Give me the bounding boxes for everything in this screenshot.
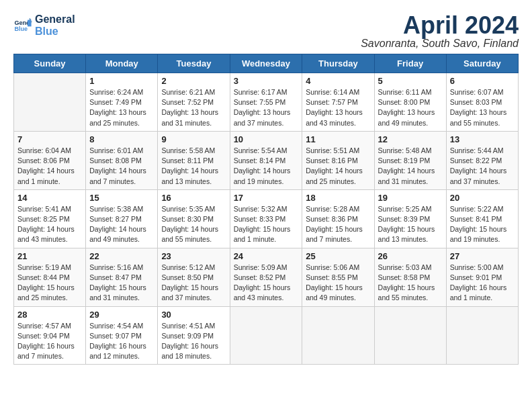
day-number: 23: [161, 251, 226, 261]
calendar-title-area: April 2024 Savonranta, South Savo, Finla…: [361, 13, 519, 50]
calendar-cell: 10Sunrise: 5:54 AM Sunset: 8:14 PM Dayli…: [230, 131, 302, 189]
generalblue-icon: General Blue: [13, 16, 32, 35]
calendar-cell: 29Sunrise: 4:54 AM Sunset: 9:07 PM Dayli…: [86, 306, 158, 365]
day-number: 28: [17, 310, 82, 320]
day-info: Sunrise: 5:09 AM Sunset: 8:52 PM Dayligh…: [234, 263, 299, 304]
calendar-cell: 12Sunrise: 5:48 AM Sunset: 8:19 PM Dayli…: [374, 131, 446, 189]
calendar-cell: 6Sunrise: 6:07 AM Sunset: 8:03 PM Daylig…: [446, 73, 518, 132]
calendar-cell: 3Sunrise: 6:17 AM Sunset: 7:55 PM Daylig…: [230, 73, 302, 132]
calendar-cell: 11Sunrise: 5:51 AM Sunset: 8:16 PM Dayli…: [302, 131, 374, 189]
day-number: 18: [306, 193, 370, 203]
day-number: 21: [17, 251, 82, 261]
day-number: 17: [234, 193, 299, 203]
calendar-cell: 28Sunrise: 4:57 AM Sunset: 9:04 PM Dayli…: [14, 306, 86, 365]
day-number: 25: [306, 251, 370, 261]
day-number: 16: [161, 193, 226, 203]
calendar-cell: 20Sunrise: 5:22 AM Sunset: 8:41 PM Dayli…: [446, 189, 518, 248]
day-number: 5: [378, 76, 443, 86]
calendar-cell: 27Sunrise: 5:00 AM Sunset: 9:01 PM Dayli…: [446, 248, 518, 306]
day-info: Sunrise: 5:32 AM Sunset: 8:33 PM Dayligh…: [234, 204, 299, 245]
calendar-cell: 7Sunrise: 6:04 AM Sunset: 8:06 PM Daylig…: [14, 131, 86, 189]
weekday-header-wednesday: Wednesday: [230, 54, 302, 73]
day-number: 27: [450, 251, 515, 261]
day-info: Sunrise: 6:14 AM Sunset: 7:57 PM Dayligh…: [306, 87, 370, 128]
day-info: Sunrise: 5:44 AM Sunset: 8:22 PM Dayligh…: [450, 146, 515, 187]
calendar-cell: [302, 306, 374, 365]
calendar-cell: 15Sunrise: 5:38 AM Sunset: 8:27 PM Dayli…: [86, 189, 158, 248]
logo-line1: General: [35, 13, 75, 26]
day-number: 26: [378, 251, 443, 261]
day-info: Sunrise: 5:35 AM Sunset: 8:30 PM Dayligh…: [161, 204, 226, 245]
svg-marker-3: [28, 19, 32, 26]
day-info: Sunrise: 5:48 AM Sunset: 8:19 PM Dayligh…: [378, 146, 443, 187]
calendar-cell: 5Sunrise: 6:11 AM Sunset: 8:00 PM Daylig…: [374, 73, 446, 132]
logo: General Blue General Blue: [13, 13, 75, 37]
day-info: Sunrise: 5:28 AM Sunset: 8:36 PM Dayligh…: [306, 204, 370, 245]
day-number: 14: [17, 193, 82, 203]
day-info: Sunrise: 5:12 AM Sunset: 8:50 PM Dayligh…: [161, 263, 226, 304]
calendar-cell: 30Sunrise: 4:51 AM Sunset: 9:09 PM Dayli…: [158, 306, 230, 365]
weekday-header-saturday: Saturday: [446, 54, 518, 73]
day-info: Sunrise: 6:01 AM Sunset: 8:08 PM Dayligh…: [89, 146, 154, 187]
day-number: 10: [234, 134, 299, 144]
day-number: 9: [161, 134, 226, 144]
weekday-header-monday: Monday: [86, 54, 158, 73]
day-info: Sunrise: 5:00 AM Sunset: 9:01 PM Dayligh…: [450, 263, 515, 304]
weekday-header-tuesday: Tuesday: [158, 54, 230, 73]
day-info: Sunrise: 5:54 AM Sunset: 8:14 PM Dayligh…: [234, 146, 299, 187]
calendar-cell: [446, 306, 518, 365]
day-number: 13: [450, 134, 515, 144]
calendar-header-row: SundayMondayTuesdayWednesdayThursdayFrid…: [14, 54, 519, 73]
day-info: Sunrise: 4:54 AM Sunset: 9:07 PM Dayligh…: [89, 321, 154, 362]
weekday-header-friday: Friday: [374, 54, 446, 73]
calendar-week-5: 28Sunrise: 4:57 AM Sunset: 9:04 PM Dayli…: [14, 306, 519, 365]
calendar-cell: 16Sunrise: 5:35 AM Sunset: 8:30 PM Dayli…: [158, 189, 230, 248]
day-number: 30: [161, 310, 226, 320]
day-info: Sunrise: 5:25 AM Sunset: 8:39 PM Dayligh…: [378, 204, 443, 245]
day-number: 19: [378, 193, 443, 203]
day-number: 24: [234, 251, 299, 261]
calendar-cell: 22Sunrise: 5:16 AM Sunset: 8:47 PM Dayli…: [86, 248, 158, 306]
calendar-week-3: 14Sunrise: 5:41 AM Sunset: 8:25 PM Dayli…: [14, 189, 519, 248]
day-number: 29: [89, 310, 154, 320]
day-number: 1: [89, 76, 154, 86]
day-info: Sunrise: 5:06 AM Sunset: 8:55 PM Dayligh…: [306, 263, 370, 304]
calendar-cell: 13Sunrise: 5:44 AM Sunset: 8:22 PM Dayli…: [446, 131, 518, 189]
location-subtitle: Savonranta, South Savo, Finland: [361, 38, 519, 50]
calendar-cell: [230, 306, 302, 365]
day-number: 20: [450, 193, 515, 203]
weekday-header-sunday: Sunday: [14, 54, 86, 73]
day-number: 6: [450, 76, 515, 86]
day-info: Sunrise: 4:51 AM Sunset: 9:09 PM Dayligh…: [161, 321, 226, 362]
calendar-cell: [374, 306, 446, 365]
day-info: Sunrise: 5:03 AM Sunset: 8:58 PM Dayligh…: [378, 263, 443, 304]
day-number: 7: [17, 134, 82, 144]
day-number: 11: [306, 134, 370, 144]
calendar-week-2: 7Sunrise: 6:04 AM Sunset: 8:06 PM Daylig…: [14, 131, 519, 189]
page-header: General Blue General Blue April 2024 Sav…: [13, 13, 519, 50]
day-info: Sunrise: 5:51 AM Sunset: 8:16 PM Dayligh…: [306, 146, 370, 187]
calendar-cell: 26Sunrise: 5:03 AM Sunset: 8:58 PM Dayli…: [374, 248, 446, 306]
day-number: 15: [89, 193, 154, 203]
calendar-cell: 24Sunrise: 5:09 AM Sunset: 8:52 PM Dayli…: [230, 248, 302, 306]
calendar-cell: 14Sunrise: 5:41 AM Sunset: 8:25 PM Dayli…: [14, 189, 86, 248]
month-title: April 2024: [361, 13, 519, 38]
day-number: 2: [161, 76, 226, 86]
day-info: Sunrise: 6:21 AM Sunset: 7:52 PM Dayligh…: [161, 87, 226, 128]
calendar-cell: [14, 73, 86, 132]
day-info: Sunrise: 5:58 AM Sunset: 8:11 PM Dayligh…: [161, 146, 226, 187]
calendar-cell: 18Sunrise: 5:28 AM Sunset: 8:36 PM Dayli…: [302, 189, 374, 248]
day-info: Sunrise: 5:38 AM Sunset: 8:27 PM Dayligh…: [89, 204, 154, 245]
calendar-cell: 4Sunrise: 6:14 AM Sunset: 7:57 PM Daylig…: [302, 73, 374, 132]
day-info: Sunrise: 5:19 AM Sunset: 8:44 PM Dayligh…: [17, 263, 82, 304]
calendar-week-1: 1Sunrise: 6:24 AM Sunset: 7:49 PM Daylig…: [14, 73, 519, 132]
day-number: 12: [378, 134, 443, 144]
logo-line2: Blue: [35, 26, 75, 38]
weekday-header-thursday: Thursday: [302, 54, 374, 73]
day-number: 3: [234, 76, 299, 86]
calendar-week-4: 21Sunrise: 5:19 AM Sunset: 8:44 PM Dayli…: [14, 248, 519, 306]
calendar-cell: 19Sunrise: 5:25 AM Sunset: 8:39 PM Dayli…: [374, 189, 446, 248]
day-info: Sunrise: 6:07 AM Sunset: 8:03 PM Dayligh…: [450, 87, 515, 128]
calendar-cell: 2Sunrise: 6:21 AM Sunset: 7:52 PM Daylig…: [158, 73, 230, 132]
day-info: Sunrise: 6:24 AM Sunset: 7:49 PM Dayligh…: [89, 87, 154, 128]
